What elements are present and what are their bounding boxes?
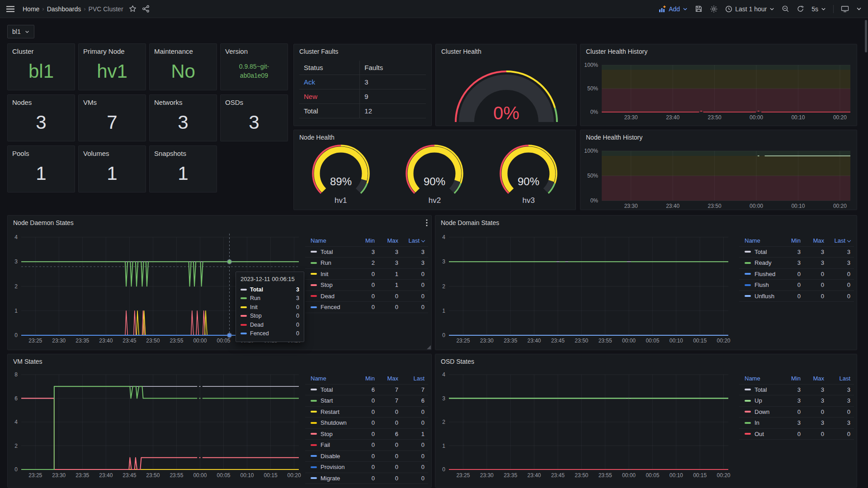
legend-series-name[interactable]: Shutdown: [311, 419, 351, 426]
panel-title[interactable]: Cluster Faults: [294, 44, 431, 55]
legend-series-name[interactable]: Ready: [745, 259, 777, 266]
faults-status[interactable]: Total: [299, 104, 359, 118]
nav-collapse-chevron-icon[interactable]: [856, 7, 862, 11]
stat-title[interactable]: OSDs: [221, 95, 288, 106]
legend-col-min[interactable]: Min: [351, 375, 375, 382]
faults-col-faults[interactable]: Faults: [359, 61, 426, 75]
stat-title[interactable]: Pools: [8, 146, 75, 157]
refresh-icon[interactable]: [797, 5, 804, 13]
scrollbar-thumb[interactable]: [865, 20, 867, 52]
legend-col-max[interactable]: Max: [375, 237, 398, 244]
faults-col-status[interactable]: Status: [299, 61, 359, 75]
legend-col-min[interactable]: Min: [777, 237, 801, 244]
svg-text:23:50: 23:50: [146, 472, 160, 479]
stat-title[interactable]: Snapshots: [150, 146, 217, 157]
legend-col-name[interactable]: Name: [745, 237, 777, 244]
share-icon[interactable]: [142, 5, 150, 13]
legend-col-max[interactable]: Max: [375, 375, 398, 382]
stat-title[interactable]: Version: [221, 44, 288, 55]
stat-title[interactable]: Maintenance: [150, 44, 217, 55]
variable-dropdown-cluster[interactable]: bl1: [7, 25, 34, 38]
legend-series-name[interactable]: Total: [745, 249, 777, 255]
stat-title[interactable]: VMs: [79, 95, 146, 106]
legend-max: 0: [801, 431, 824, 437]
legend-col-min[interactable]: Min: [351, 237, 375, 244]
legend-last: 0: [398, 408, 425, 415]
breadcrumb-item[interactable]: Home: [23, 5, 39, 13]
legend-last: 7: [398, 386, 425, 393]
legend-series-name[interactable]: Total: [311, 249, 351, 255]
svg-text:100%: 100%: [584, 62, 598, 68]
svg-text:23:40: 23:40: [666, 114, 679, 121]
breadcrumb-item[interactable]: Dashboards: [47, 5, 81, 13]
zoom-out-icon[interactable]: [782, 5, 789, 13]
legend-col-name[interactable]: Name: [311, 375, 351, 382]
refresh-interval-picker[interactable]: 5s: [811, 5, 826, 13]
svg-text:23:40: 23:40: [528, 472, 541, 479]
node-health-gauge-hv3: 90%hv3: [484, 145, 573, 205]
panel-title[interactable]: Node Health: [294, 130, 576, 141]
legend-series-name[interactable]: Start: [311, 397, 351, 404]
legend-max: 3: [375, 259, 398, 266]
legend-col-max[interactable]: Max: [801, 237, 824, 244]
legend-col-name[interactable]: Name: [745, 375, 777, 382]
star-icon[interactable]: [129, 5, 137, 13]
faults-status[interactable]: Ack: [299, 75, 359, 89]
legend-col-last[interactable]: Last: [398, 375, 425, 382]
legend-last: 0: [398, 304, 425, 310]
save-dashboard-icon[interactable]: [695, 5, 703, 13]
svg-text:23:55: 23:55: [170, 472, 183, 479]
series-color-swatch: [311, 477, 317, 479]
legend-col-min[interactable]: Min: [777, 375, 801, 382]
legend-max: 0: [375, 408, 398, 415]
time-range-picker[interactable]: Last 1 hour: [725, 5, 774, 13]
legend-series-name[interactable]: Flush: [745, 282, 777, 288]
stat-panel-cluster: Clusterbl1: [7, 43, 75, 90]
legend-series-name[interactable]: Up: [745, 397, 777, 404]
dashboard-settings-icon[interactable]: [710, 5, 718, 13]
legend-series-name[interactable]: Total: [311, 386, 351, 393]
legend-col-last[interactable]: Last: [824, 375, 850, 382]
legend-series-name[interactable]: Unflush: [745, 293, 777, 300]
stat-panel-version: Version0.9.85~git-ab0a1e09: [220, 43, 288, 90]
legend-col-max[interactable]: Max: [801, 375, 824, 382]
legend-col-last[interactable]: Last: [824, 237, 850, 244]
legend-series-name[interactable]: Restart: [311, 408, 351, 415]
tv-mode-icon[interactable]: [841, 5, 849, 13]
stat-title[interactable]: Cluster: [8, 44, 75, 55]
legend-last: 3: [824, 419, 850, 426]
menu-icon[interactable]: [6, 6, 14, 12]
add-panel-button[interactable]: Add: [659, 5, 688, 13]
legend-series-name[interactable]: Dead: [311, 293, 351, 300]
panel-title[interactable]: Cluster Health: [436, 44, 576, 55]
panel-resize-handle[interactable]: [427, 345, 431, 349]
legend-series-name[interactable]: Stop: [311, 282, 351, 288]
stat-title[interactable]: Networks: [150, 95, 217, 106]
legend-col-name[interactable]: Name: [311, 237, 351, 244]
legend-series-name[interactable]: Provision: [311, 464, 351, 470]
legend-series-name[interactable]: Fail: [311, 441, 351, 448]
stat-title[interactable]: Primary Node: [79, 44, 146, 55]
breadcrumb-item[interactable]: PVC Cluster: [89, 5, 123, 13]
legend-series-name[interactable]: Flushed: [745, 271, 777, 277]
legend-series-name[interactable]: Out: [745, 431, 777, 437]
stat-title[interactable]: Volumes: [79, 146, 146, 157]
svg-text:23:40: 23:40: [666, 203, 679, 209]
legend-row: Restart000: [305, 407, 428, 418]
legend-series-name[interactable]: Down: [745, 408, 777, 415]
legend-series-name[interactable]: Init: [311, 271, 351, 277]
legend-series-name[interactable]: Stop: [311, 431, 351, 437]
legend-series-name[interactable]: Run: [311, 259, 351, 266]
faults-status[interactable]: New: [299, 89, 359, 104]
legend-series-name[interactable]: Disable: [311, 453, 351, 460]
legend-series-name[interactable]: Migrate: [311, 475, 351, 482]
legend-series-name[interactable]: In: [745, 419, 777, 426]
cluster-faults-table: Status Faults Ack3New9Total12: [299, 61, 426, 118]
legend-col-last[interactable]: Last: [398, 237, 425, 244]
legend-series-name[interactable]: Total: [745, 386, 777, 393]
legend-series-name[interactable]: Fenced: [311, 304, 351, 310]
stat-title[interactable]: Nodes: [8, 95, 75, 106]
stat-panel-snapshots: Snapshots1: [149, 145, 217, 192]
series-color-swatch: [745, 251, 751, 253]
legend-last: 3: [824, 386, 850, 393]
